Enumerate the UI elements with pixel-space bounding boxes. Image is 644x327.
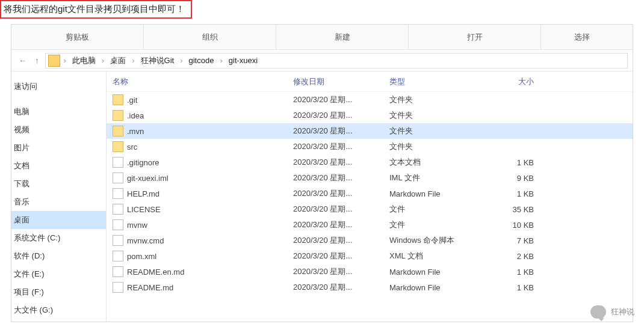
table-row[interactable]: mvnw.cmd2020/3/20 星期...Windows 命令脚本7 KB	[107, 233, 633, 248]
file-pane: 名称 修改日期 类型 大小 .git2020/3/20 星期...文件夹.ide…	[107, 72, 633, 322]
crumb-gitxuexi[interactable]: git-xuexi	[224, 55, 262, 66]
cell-name: mvnw	[107, 219, 287, 230]
column-date[interactable]: 修改日期	[287, 76, 383, 87]
folder-icon	[113, 126, 123, 136]
nav-item[interactable]: 速访问	[11, 78, 106, 96]
ribbon-new[interactable]: 新建	[276, 25, 409, 49]
cell-size: 9 KB	[474, 174, 540, 183]
file-name: .git	[127, 96, 137, 105]
nav-item[interactable]: 系统文件 (C:)	[11, 229, 106, 247]
table-row[interactable]: HELP.md2020/3/20 星期...Markdown File1 KB	[107, 186, 633, 201]
cell-size: 2 KB	[474, 252, 540, 261]
cell-name: README.en.md	[107, 266, 287, 277]
table-row[interactable]: git-xuexi.iml2020/3/20 星期...IML 文件9 KB	[107, 170, 633, 186]
nav-item[interactable]: 下载	[11, 175, 106, 193]
cell-type: 文件	[383, 204, 474, 215]
ribbon-clipboard[interactable]: 剪贴板	[11, 25, 144, 49]
file-rows: .git2020/3/20 星期...文件夹.idea2020/3/20 星期.…	[107, 92, 633, 295]
cell-type: XML 文档	[383, 251, 474, 261]
file-icon	[113, 219, 123, 230]
cell-name: git-xuexi.iml	[107, 173, 287, 183]
address-bar: ← ↑ › 此电脑 › 桌面 › 狂神说Git › gitcode › git-…	[11, 50, 633, 72]
cell-date: 2020/3/20 星期...	[287, 204, 383, 215]
table-row[interactable]: LICENSE2020/3/20 星期...文件35 KB	[107, 201, 633, 217]
cell-type: Markdown File	[383, 267, 474, 277]
crumb-project[interactable]: 狂神说Git	[136, 54, 179, 67]
cell-type: 文件夹	[383, 141, 474, 152]
nav-item[interactable]: 音乐	[11, 193, 106, 211]
table-row[interactable]: .mvn2020/3/20 星期...文件夹	[107, 123, 633, 139]
cell-date: 2020/3/20 星期...	[287, 251, 383, 261]
nav-item[interactable]: 项目 (F:)	[11, 283, 106, 301]
nav-item[interactable]: 软件 (D:)	[11, 247, 106, 265]
cell-type: 文件夹	[383, 94, 474, 105]
cell-date: 2020/3/20 星期...	[287, 173, 383, 183]
cell-type: IML 文件	[383, 173, 474, 183]
cell-date: 2020/3/20 星期...	[287, 157, 383, 168]
table-row[interactable]: .idea2020/3/20 星期...文件夹	[107, 108, 633, 123]
chevron-right-icon: ›	[218, 56, 223, 65]
table-row[interactable]: mvnw2020/3/20 星期...文件10 KB	[107, 217, 633, 233]
folder-icon	[48, 55, 60, 67]
ribbon: 剪贴板 组织 新建 打开 选择	[11, 25, 633, 50]
watermark: 狂神说	[590, 305, 634, 319]
ribbon-open[interactable]: 打开	[409, 25, 541, 49]
cell-date: 2020/3/20 星期...	[287, 266, 383, 277]
file-name: .idea	[127, 111, 144, 120]
file-name: .mvn	[127, 127, 144, 136]
cell-name: README.md	[107, 282, 287, 293]
table-row[interactable]: README.md2020/3/20 星期...Markdown File1 K…	[107, 280, 633, 295]
file-icon	[113, 173, 123, 183]
chevron-right-icon: ›	[179, 56, 184, 65]
nav-item[interactable]: 桌面	[11, 211, 106, 229]
table-row[interactable]: pom.xml2020/3/20 星期...XML 文档2 KB	[107, 248, 633, 264]
cell-date: 2020/3/20 星期...	[287, 235, 383, 246]
column-headers: 名称 修改日期 类型 大小	[107, 72, 633, 92]
folder-icon	[113, 110, 123, 121]
crumb-gitcode[interactable]: gitcode	[184, 55, 219, 66]
cell-type: 文件夹	[383, 126, 474, 136]
cell-name: src	[107, 141, 287, 152]
crumb-this-pc[interactable]: 此电脑	[67, 54, 101, 67]
nav-item[interactable]: 视频	[11, 121, 106, 139]
cell-date: 2020/3/20 星期...	[287, 219, 383, 230]
nav-tree: 速访问电脑视频图片文档下载音乐桌面系统文件 (C:)软件 (D:)文件 (E:)…	[11, 72, 107, 322]
cell-type: Markdown File	[383, 283, 474, 292]
up-button[interactable]: ↑	[33, 55, 42, 66]
column-size[interactable]: 大小	[474, 76, 540, 87]
crumb-desktop[interactable]: 桌面	[105, 54, 131, 67]
cell-size: 1 KB	[474, 158, 540, 167]
table-row[interactable]: src2020/3/20 星期...文件夹	[107, 139, 633, 154]
cell-name: HELP.md	[107, 188, 287, 199]
table-row[interactable]: .git2020/3/20 星期...文件夹	[107, 92, 633, 108]
nav-item[interactable]: 图片	[11, 139, 106, 157]
nav-item[interactable]: 文件 (E:)	[11, 265, 106, 283]
file-icon	[113, 157, 123, 168]
cell-name: .idea	[107, 110, 287, 121]
nav-item	[11, 96, 106, 103]
file-icon	[113, 266, 123, 277]
cell-type: Markdown File	[383, 189, 474, 198]
ribbon-organize[interactable]: 组织	[144, 25, 276, 49]
column-type[interactable]: 类型	[383, 76, 474, 87]
folder-icon	[113, 94, 123, 105]
cell-date: 2020/3/20 星期...	[287, 126, 383, 136]
ribbon-select[interactable]: 选择	[541, 25, 623, 49]
folder-icon	[113, 141, 123, 152]
file-name: HELP.md	[127, 189, 159, 198]
table-row[interactable]: .gitignore2020/3/20 星期...文本文档1 KB	[107, 154, 633, 170]
cell-type: 文本文档	[383, 157, 474, 168]
cell-name: .git	[107, 94, 287, 105]
nav-item[interactable]: 电脑	[11, 103, 106, 121]
watermark-text: 狂神说	[611, 307, 634, 317]
nav-item[interactable]: 文档	[11, 157, 106, 175]
back-button[interactable]: ←	[16, 55, 29, 66]
column-name[interactable]: 名称	[107, 76, 287, 87]
explorer-window: 剪贴板 组织 新建 打开 选择 ← ↑ › 此电脑 › 桌面 › 狂神说Git …	[11, 24, 633, 322]
cell-size: 1 KB	[474, 267, 540, 277]
cell-name: pom.xml	[107, 251, 287, 261]
breadcrumb[interactable]: › 此电脑 › 桌面 › 狂神说Git › gitcode › git-xuex…	[45, 53, 628, 69]
table-row[interactable]: README.en.md2020/3/20 星期...Markdown File…	[107, 264, 633, 280]
nav-item[interactable]: 大文件 (G:)	[11, 301, 106, 319]
cell-type: Windows 命令脚本	[383, 235, 474, 246]
